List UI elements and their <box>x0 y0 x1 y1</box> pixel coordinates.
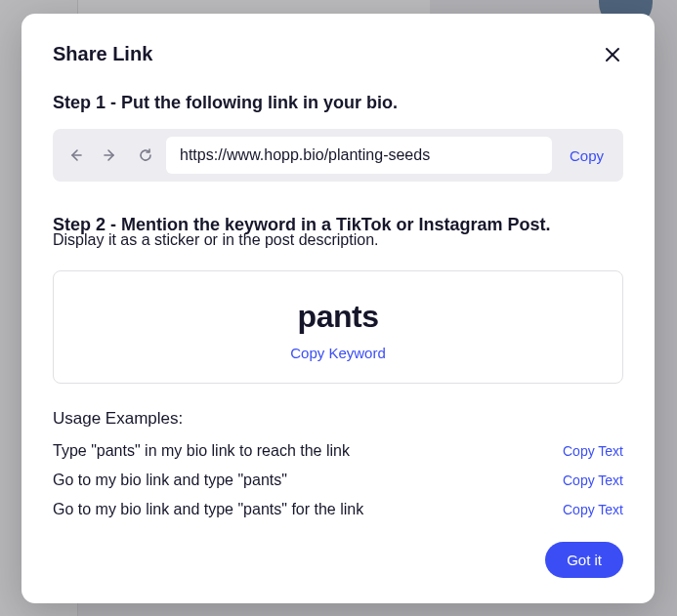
close-button[interactable] <box>602 44 623 65</box>
keyword-box: pants Copy Keyword <box>53 270 623 384</box>
usage-example-row: Go to my bio link and type "pants" for t… <box>53 501 623 518</box>
arrow-left-icon <box>67 147 83 163</box>
usage-examples-title: Usage Examples: <box>53 409 623 429</box>
modal-header: Share Link <box>53 43 623 65</box>
nav-back-button[interactable] <box>61 141 90 170</box>
bio-url-input[interactable] <box>166 137 552 174</box>
share-link-modal: Share Link Step 1 - Put the following li… <box>21 14 655 603</box>
arrow-right-icon <box>103 147 118 163</box>
nav-forward-button[interactable] <box>96 141 125 170</box>
copy-example-button[interactable]: Copy Text <box>563 443 623 459</box>
close-icon <box>605 47 620 62</box>
keyword-text: pants <box>54 299 622 335</box>
copy-keyword-button[interactable]: Copy Keyword <box>54 345 622 361</box>
usage-example-text: Go to my bio link and type "pants" <box>53 472 287 489</box>
copy-url-button[interactable]: Copy <box>558 147 615 164</box>
step1-heading: Step 1 - Put the following link in your … <box>53 93 623 113</box>
url-bar: Copy <box>53 129 623 182</box>
refresh-icon <box>138 147 153 163</box>
nav-refresh-button[interactable] <box>131 141 160 170</box>
usage-example-row: Go to my bio link and type "pants" Copy … <box>53 472 623 489</box>
copy-example-button[interactable]: Copy Text <box>563 502 623 517</box>
modal-title: Share Link <box>53 43 152 65</box>
got-it-button[interactable]: Got it <box>545 542 623 578</box>
usage-example-text: Go to my bio link and type "pants" for t… <box>53 501 363 518</box>
copy-example-button[interactable]: Copy Text <box>563 472 623 488</box>
usage-example-text: Type "pants" in my bio link to reach the… <box>53 442 350 460</box>
usage-example-row: Type "pants" in my bio link to reach the… <box>53 442 623 460</box>
modal-footer: Got it <box>53 542 623 578</box>
